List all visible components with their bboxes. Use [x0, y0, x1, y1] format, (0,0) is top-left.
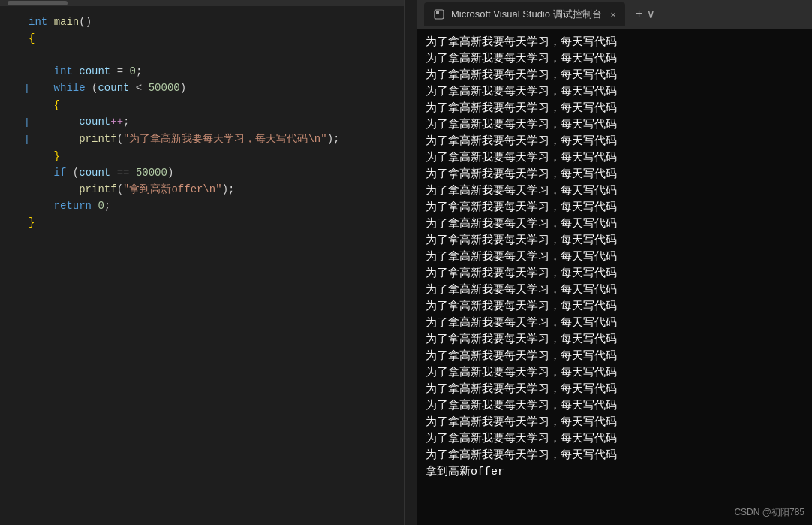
code-content: count++; [29, 113, 404, 130]
output-line: 为了拿高新我要每天学习，每天写代码 [426, 101, 803, 117]
code-line: | count++; [0, 113, 404, 131]
code-content: while (count < 50000) [29, 80, 404, 96]
output-line: 为了拿高新我要每天学习，每天写代码 [426, 117, 803, 134]
output-line: 为了拿高新我要每天学习，每天写代码 [426, 216, 803, 233]
terminal-dropdown-button[interactable]: ∨ [647, 7, 654, 22]
output-line: 为了拿高新我要每天学习，每天写代码 [426, 134, 803, 150]
code-content: } [29, 148, 404, 164]
code-content: return 0; [29, 198, 404, 214]
output-line: 为了拿高新我要每天学习，每天写代码 [426, 299, 803, 315]
code-line: { [0, 97, 404, 113]
code-editor: int main() { int count = 0; | while (cou… [0, 0, 405, 525]
output-line: 为了拿高新我要每天学习，每天写代码 [426, 431, 803, 448]
code-content: if (count == 50000) [29, 164, 404, 181]
output-line: 为了拿高新我要每天学习，每天写代码 [426, 332, 803, 348]
output-line: 为了拿高新我要每天学习，每天写代码 [426, 51, 803, 68]
output-line: 为了拿高新我要每天学习，每天写代码 [426, 398, 803, 415]
editor-scrollbar[interactable] [0, 0, 404, 6]
code-line: { [0, 30, 404, 47]
code-content: { [29, 97, 404, 113]
code-line: } [0, 148, 404, 164]
output-line: 为了拿高新我要每天学习，每天写代码 [426, 167, 803, 183]
svg-rect-1 [436, 11, 439, 14]
code-line: } [0, 214, 404, 231]
code-content: { [29, 30, 404, 47]
output-line: 为了拿高新我要每天学习，每天写代码 [426, 35, 803, 51]
terminal-add-button[interactable]: + [636, 8, 643, 21]
output-line: 为了拿高新我要每天学习，每天写代码 [426, 415, 803, 431]
code-content: printf("拿到高新offer\n"); [29, 181, 404, 198]
terminal-panel: Microsoft Visual Studio 调试控制台 ✕ + ∨ 为了拿高… [417, 0, 812, 525]
output-line: 为了拿高新我要每天学习，每天写代码 [426, 382, 803, 398]
code-area: int main() { int count = 0; | while (cou… [0, 6, 404, 238]
code-content: printf("为了拿高新我要每天学习，每天写代码\n"); [29, 131, 404, 147]
code-line: int main() [0, 14, 404, 30]
terminal-close-button[interactable]: ✕ [611, 9, 616, 20]
code-line: int count = 0; [0, 63, 404, 80]
code-line [0, 47, 404, 63]
terminal-titlebar: Microsoft Visual Studio 调试控制台 ✕ + ∨ [417, 0, 812, 29]
output-line: 为了拿高新我要每天学习，每天写代码 [426, 150, 803, 167]
output-line: 为了拿高新我要每天学习，每天写代码 [426, 365, 803, 382]
output-line: 为了拿高新我要每天学习，每天写代码 [426, 448, 803, 464]
output-line: 为了拿高新我要每天学习，每天写代码 [426, 233, 803, 249]
terminal-icon [433, 8, 445, 20]
code-line: return 0; [0, 198, 404, 214]
terminal-tab-actions: + ∨ [636, 7, 654, 22]
code-content [29, 47, 404, 63]
code-line: | printf("为了拿高新我要每天学习，每天写代码\n"); [0, 131, 404, 148]
watermark: CSDN @初阳785 [734, 506, 804, 519]
terminal-tab[interactable]: Microsoft Visual Studio 调试控制台 ✕ [424, 2, 625, 26]
output-line: 为了拿高新我要每天学习，每天写代码 [426, 315, 803, 332]
code-content: int main() [29, 14, 404, 30]
output-line: 为了拿高新我要每天学习，每天写代码 [426, 84, 803, 101]
terminal-output: 为了拿高新我要每天学习，每天写代码为了拿高新我要每天学习，每天写代码为了拿高新我… [417, 29, 812, 525]
output-line: 为了拿高新我要每天学习，每天写代码 [426, 282, 803, 299]
code-content: int count = 0; [29, 63, 404, 80]
code-line: printf("拿到高新offer\n"); [0, 181, 404, 198]
code-line: | while (count < 50000) [0, 80, 404, 97]
output-line: 为了拿高新我要每天学习，每天写代码 [426, 348, 803, 365]
code-line: if (count == 50000) [0, 164, 404, 181]
output-line: 为了拿高新我要每天学习，每天写代码 [426, 249, 803, 266]
output-line: 为了拿高新我要每天学习，每天写代码 [426, 183, 803, 200]
output-final-line: 拿到高新offer [426, 464, 803, 481]
output-line: 为了拿高新我要每天学习，每天写代码 [426, 68, 803, 84]
output-line: 为了拿高新我要每天学习，每天写代码 [426, 200, 803, 216]
terminal-tab-label: Microsoft Visual Studio 调试控制台 [451, 8, 602, 21]
output-line: 为了拿高新我要每天学习，每天写代码 [426, 266, 803, 282]
code-content: } [29, 214, 404, 231]
